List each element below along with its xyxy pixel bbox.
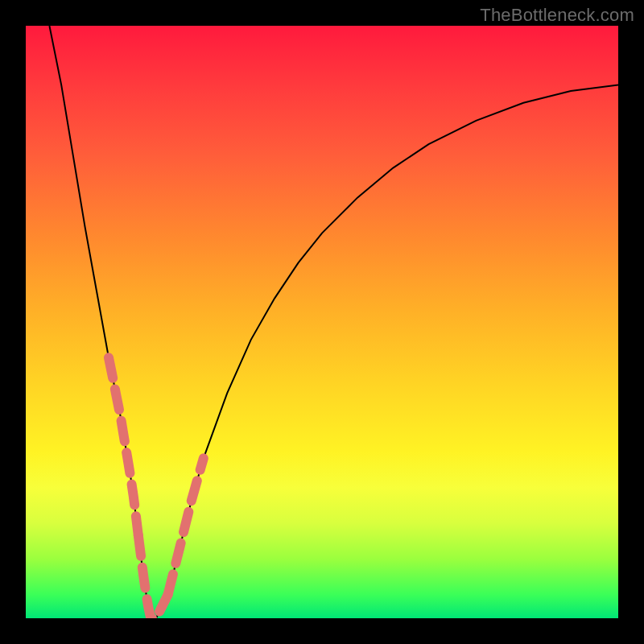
watermark-text: TheBottleneck.com — [480, 5, 634, 26]
plot-area — [26, 26, 618, 618]
left-arm-dash — [109, 357, 138, 535]
chart-frame: TheBottleneck.com — [0, 0, 644, 644]
valley-dash — [138, 535, 168, 618]
curve-svg — [26, 26, 618, 618]
right-arm-dash — [168, 458, 204, 594]
